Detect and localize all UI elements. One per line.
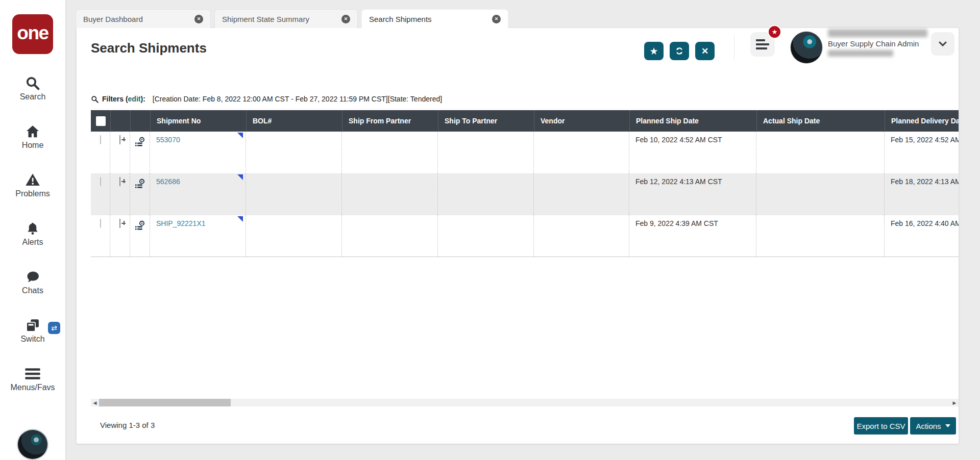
- sidebar-item-search[interactable]: Search: [0, 74, 65, 103]
- cell-ship-from: [342, 173, 438, 215]
- tab-buyer-dashboard[interactable]: Buyer Dashboard ✕: [76, 9, 211, 28]
- cell-planned-ship: Feb 10, 2022 4:52 AM CST: [629, 132, 756, 173]
- hamburger-menu-icon: [756, 39, 765, 41]
- filters-criteria-text: [Creation Date: Feb 8, 2022 12:00 AM CST…: [153, 95, 442, 103]
- sidebar-item-chats[interactable]: Chats: [0, 268, 65, 296]
- tab-close-icon[interactable]: ✕: [341, 15, 350, 23]
- column-header-bol[interactable]: BOL#: [246, 110, 342, 132]
- user-menu-dropdown-button[interactable]: [931, 32, 954, 56]
- sidebar-item-label: Chats: [22, 286, 43, 296]
- cell-ship-to: [438, 215, 534, 257]
- select-all-checkbox[interactable]: [96, 116, 106, 126]
- table-row: 553070 Feb 10, 2022 4:52 AM CST Feb 15, …: [91, 132, 959, 173]
- close-panel-button[interactable]: ✕: [695, 42, 715, 60]
- scrollbar-thumb[interactable]: [99, 399, 231, 406]
- switch-shortcut-badge[interactable]: ⇄: [48, 322, 60, 334]
- shipment-no-link[interactable]: 562686: [156, 177, 180, 186]
- export-to-csv-button[interactable]: Export to CSV: [854, 417, 908, 435]
- cell-bol: [246, 215, 342, 257]
- one-network-logo[interactable]: one: [12, 14, 53, 54]
- shipment-no-link[interactable]: 553070: [156, 136, 180, 144]
- sidebar-item-alerts[interactable]: Alerts: [0, 220, 65, 248]
- cell-actual-ship: [756, 215, 885, 257]
- sidebar-item-switch[interactable]: ⇄ Switch: [0, 317, 65, 345]
- cell-note-flag-icon[interactable]: [237, 174, 243, 180]
- expand-column-header: [110, 110, 130, 132]
- column-header-ship-from[interactable]: Ship From Partner: [342, 110, 438, 132]
- sidebar-item-home[interactable]: Home: [0, 123, 65, 151]
- cell-bol: [246, 132, 342, 173]
- favorites-badge: ★: [768, 25, 781, 39]
- expand-row-button[interactable]: [119, 135, 120, 144]
- user-avatar[interactable]: [790, 31, 823, 64]
- sidebar-item-label: Search: [20, 92, 46, 103]
- sidebar-user-avatar[interactable]: [17, 429, 48, 460]
- cell-planned-ship: Feb 12, 2022 4:13 AM CST: [629, 173, 756, 215]
- tab-close-icon[interactable]: ✕: [492, 15, 501, 23]
- chat-bubble-icon: [25, 268, 40, 286]
- switch-icon: [25, 317, 40, 334]
- sidebar-item-label: Menus/Favs: [10, 383, 55, 393]
- column-header-planned-ship[interactable]: Planned Ship Date: [629, 110, 756, 132]
- column-header-planned-delivery[interactable]: Planned Delivery Da: [885, 110, 959, 132]
- tab-label: Buyer Dashboard: [83, 15, 187, 23]
- column-header-ship-to[interactable]: Ship To Partner: [438, 110, 534, 132]
- star-icon: ★: [772, 28, 778, 36]
- expand-row-button[interactable]: [119, 177, 120, 186]
- search-icon: [25, 74, 40, 92]
- sidebar-item-label: Problems: [15, 189, 50, 199]
- cell-actual-ship: [756, 173, 885, 215]
- scroll-left-arrow[interactable]: ◀: [91, 399, 99, 406]
- home-icon: [24, 123, 41, 140]
- scrollbar-track[interactable]: [99, 399, 950, 406]
- sidebar-item-problems[interactable]: Problems: [0, 171, 65, 199]
- workspace-tabbar: Buyer Dashboard ✕ Shipment State Summary…: [76, 9, 512, 28]
- shipment-icon: [135, 137, 145, 147]
- shipment-icon: [135, 220, 145, 231]
- column-header-actual-ship[interactable]: Actual Ship Date: [756, 110, 885, 132]
- row-checkbox[interactable]: [100, 177, 101, 186]
- sidebar-item-label: Home: [22, 141, 44, 151]
- column-header-shipment-no[interactable]: Shipment No: [150, 110, 246, 132]
- cell-vendor: [534, 173, 629, 215]
- favorite-star-button[interactable]: ★: [644, 42, 664, 60]
- cell-note-flag-icon[interactable]: [237, 133, 243, 138]
- tab-close-icon[interactable]: ✕: [194, 15, 203, 23]
- table-row: 562686 Feb 12, 2022 4:13 AM CST Feb 18, …: [91, 173, 959, 215]
- hamburger-menu-icon: [24, 365, 41, 382]
- tab-label: Search Shipments: [369, 15, 485, 23]
- shipment-no-link[interactable]: SHIP_92221X1: [156, 219, 206, 227]
- page-action-buttons: ★ ✕: [644, 42, 715, 60]
- chevron-down-icon: [939, 41, 947, 46]
- viewing-range-text: Viewing 1-3 of 3: [100, 421, 155, 429]
- main-panel: Search Shipments ★ ✕: [77, 28, 959, 444]
- tab-shipment-state-summary[interactable]: Shipment State Summary ✕: [214, 9, 358, 28]
- row-checkbox[interactable]: [100, 219, 101, 228]
- refresh-button[interactable]: [670, 42, 689, 60]
- cell-planned-delivery: Feb 15, 2022 4:52 AM: [885, 132, 959, 173]
- column-header-vendor[interactable]: Vendor: [534, 110, 629, 132]
- scroll-right-arrow[interactable]: ▶: [950, 399, 959, 406]
- cell-ship-from: [342, 132, 438, 173]
- sidebar-item-label: Alerts: [22, 238, 43, 248]
- actions-dropdown-button[interactable]: Actions: [910, 417, 956, 435]
- sidebar-item-menus-favs[interactable]: Menus/Favs: [0, 365, 65, 393]
- shipments-table: Shipment No BOL# Ship From Partner Ship …: [91, 110, 959, 257]
- left-sidebar: one Search Home Problems Alerts: [0, 0, 65, 460]
- tab-search-shipments[interactable]: Search Shipments ✕: [361, 9, 508, 28]
- warning-triangle-icon: [24, 171, 41, 189]
- filters-edit-link[interactable]: edit: [128, 95, 141, 103]
- filters-label: Filters (: [102, 95, 128, 103]
- search-icon: [91, 95, 99, 103]
- table-header-row: Shipment No BOL# Ship From Partner Ship …: [91, 110, 959, 132]
- horizontal-scrollbar[interactable]: ◀ ▶: [91, 399, 959, 406]
- user-info-block: Buyer Supply Chain Admin: [828, 29, 935, 57]
- cell-vendor: [534, 215, 629, 257]
- shipment-icon: [135, 178, 145, 189]
- row-checkbox[interactable]: [100, 135, 101, 144]
- cell-ship-to: [438, 173, 534, 215]
- actions-label: Actions: [916, 422, 941, 430]
- refresh-icon: [674, 46, 684, 56]
- expand-row-button[interactable]: [119, 219, 120, 228]
- cell-note-flag-icon[interactable]: [237, 216, 243, 222]
